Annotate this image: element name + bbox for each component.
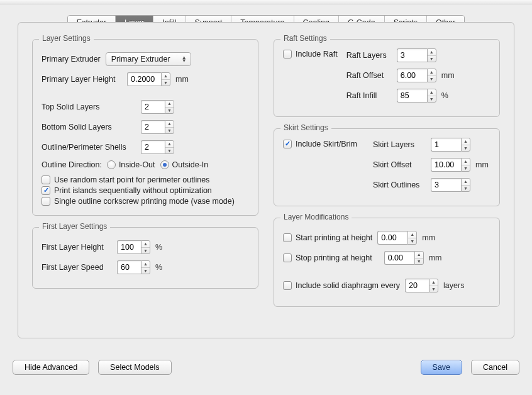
group-title: Skirt Settings [280,123,331,132]
step-down-icon[interactable]: ▼ [165,148,174,154]
unit-mm: mm [441,71,455,80]
settings-window: ExtruderLayerInfillSupportTemperatureCoo… [0,0,532,395]
raft-offset-stepper[interactable]: ▲▼ [397,69,436,82]
bottom-solid-layers-label: Bottom Solid Layers [42,123,136,131]
unit-pct: % [155,263,162,272]
group-layer-settings: Layer Settings Primary Extruder Primary … [32,39,258,216]
step-up-icon[interactable]: ▲ [165,141,174,148]
step-down-icon[interactable]: ▼ [162,80,170,86]
step-down-icon[interactable]: ▼ [408,238,416,245]
step-up-icon[interactable]: ▲ [141,261,150,268]
skirt-layers-input[interactable] [431,138,461,152]
stop-height-stepper[interactable]: ▲▼ [384,251,424,265]
step-down-icon[interactable]: ▼ [415,259,423,265]
group-raft-settings: Raft Settings Include Raft Raft Layers ▲… [274,39,500,117]
select-value: Primary Extruder [111,55,170,64]
skirt-offset-stepper[interactable]: ▲▼ [431,158,470,172]
diaphragm-input[interactable] [405,279,429,292]
unit-mm: mm [429,253,442,262]
top-solid-layers-stepper[interactable]: ▲▼ [141,100,174,114]
step-down-icon[interactable]: ▼ [428,76,436,82]
step-up-icon[interactable]: ▲ [429,279,438,286]
save-button[interactable]: Save [421,360,463,375]
step-up-icon[interactable]: ▲ [428,49,436,56]
step-down-icon[interactable]: ▼ [462,145,470,152]
step-up-icon[interactable]: ▲ [462,159,470,165]
raft-infill-input[interactable] [397,89,427,103]
outline-shells-input[interactable] [141,140,165,154]
first-layer-height-stepper[interactable]: ▲▼ [117,240,150,254]
radio-outside-in[interactable]: Outside-In [160,160,209,169]
checkbox-print-islands[interactable]: Print islands sequentially without optim… [42,186,212,195]
checkbox-random-start[interactable]: Use random start point for perimeter out… [42,175,209,184]
stop-height-input[interactable] [384,251,414,265]
skirt-outlines-label: Skirt Outlines [373,181,426,189]
skirt-outlines-input[interactable] [431,178,461,192]
step-up-icon[interactable]: ▲ [408,231,416,238]
unit-mm: mm [422,233,435,242]
content-panel: Layer Settings Primary Extruder Primary … [18,22,514,338]
step-up-icon[interactable]: ▲ [462,138,470,145]
first-layer-speed-input[interactable] [117,260,141,274]
window-titlebar [0,0,532,4]
skirt-outlines-stepper[interactable]: ▲▼ [431,178,470,192]
diaphragm-stepper[interactable]: ▲▼ [405,279,438,292]
step-down-icon[interactable]: ▼ [428,96,436,103]
hide-advanced-button[interactable]: Hide Advanced [13,360,89,375]
step-down-icon[interactable]: ▼ [165,108,174,114]
step-down-icon[interactable]: ▼ [141,248,150,254]
raft-layers-label: Raft Layers [346,51,392,60]
checkbox-start-height[interactable]: Start printing at height [283,233,372,242]
checkbox-diaphragm[interactable]: Include solid diaphragm every [283,281,400,290]
outline-shells-label: Outline/Perimeter Shells [42,143,136,152]
start-height-stepper[interactable]: ▲▼ [377,231,417,245]
primary-layer-height-input[interactable] [127,72,161,86]
unit-pct: % [441,91,448,100]
step-down-icon[interactable]: ▼ [428,56,436,62]
step-up-icon[interactable]: ▲ [165,101,174,108]
checkbox-icon [283,281,292,290]
primary-layer-height-stepper[interactable]: ▲▼ [127,72,170,86]
step-down-icon[interactable]: ▼ [141,268,150,274]
skirt-layers-label: Skirt Layers [373,140,426,149]
checkbox-vase-mode[interactable]: Single outline corkscrew printing mode (… [42,197,235,206]
raft-infill-stepper[interactable]: ▲▼ [397,89,436,103]
group-first-layer-settings: First Layer Settings First Layer Height … [32,227,258,289]
step-down-icon[interactable]: ▼ [429,286,438,292]
bottom-solid-layers-stepper[interactable]: ▲▼ [141,120,174,134]
step-up-icon[interactable]: ▲ [428,69,436,76]
skirt-offset-input[interactable] [431,158,461,172]
checkbox-include-raft[interactable]: Include Raft [283,50,338,58]
step-up-icon[interactable]: ▲ [165,121,174,128]
step-up-icon[interactable]: ▲ [428,89,436,96]
first-layer-speed-stepper[interactable]: ▲▼ [117,260,150,274]
step-up-icon[interactable]: ▲ [162,73,170,80]
outline-shells-stepper[interactable]: ▲▼ [141,140,174,154]
checkbox-stop-height[interactable]: Stop printing at height [283,253,372,262]
step-down-icon[interactable]: ▼ [462,186,470,192]
top-solid-layers-input[interactable] [141,100,165,114]
footer-buttons: Hide Advanced Select Models Save Cancel [13,360,519,375]
step-down-icon[interactable]: ▼ [462,165,470,172]
start-height-input[interactable] [377,231,407,245]
checkbox-include-skirt[interactable]: Include Skirt/Brim [283,140,357,148]
primary-extruder-select[interactable]: Primary Extruder ▲▼ [106,52,191,66]
group-layer-modifications: Layer Modifications Start printing at he… [274,218,500,307]
select-models-button[interactable]: Select Models [98,360,172,375]
primary-extruder-label: Primary Extruder [42,55,101,64]
raft-layers-input[interactable] [397,48,427,62]
radio-inside-out[interactable]: Inside-Out [107,160,155,169]
checkbox-icon [283,140,292,148]
step-down-icon[interactable]: ▼ [165,128,174,134]
step-up-icon[interactable]: ▲ [462,179,470,186]
skirt-layers-stepper[interactable]: ▲▼ [431,138,470,152]
first-layer-height-label: First Layer Height [42,243,112,252]
step-up-icon[interactable]: ▲ [141,241,150,248]
radio-dot-icon [107,160,116,169]
raft-layers-stepper[interactable]: ▲▼ [397,48,436,62]
cancel-button[interactable]: Cancel [471,360,519,375]
bottom-solid-layers-input[interactable] [141,120,165,134]
first-layer-height-input[interactable] [117,240,141,254]
step-up-icon[interactable]: ▲ [415,252,423,259]
raft-offset-input[interactable] [397,69,427,82]
